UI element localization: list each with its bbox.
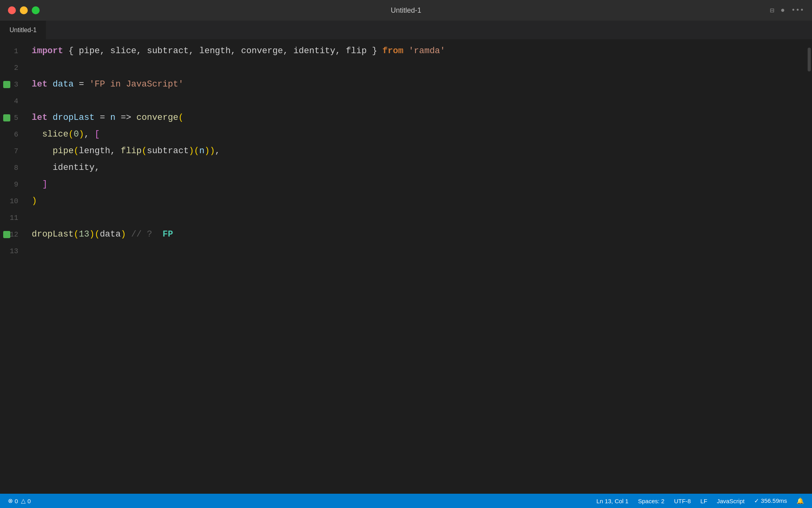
token-fn-name: pipe — [53, 146, 74, 156]
token-paren: ( — [178, 113, 184, 123]
line-content: slice(0), [ — [28, 126, 806, 143]
line-content: dropLast(13)(data) // ? FP — [28, 226, 806, 243]
token-plain — [126, 229, 131, 239]
token-plain — [131, 113, 136, 123]
token-bracket: [ — [94, 129, 100, 139]
token-plain — [32, 179, 42, 189]
token-plain: , — [94, 163, 100, 173]
line-number: 7 — [0, 143, 28, 160]
tab-label: Untitled-1 — [10, 27, 36, 34]
token-plain: } — [367, 46, 383, 56]
notification-icon[interactable]: 🔔 — [797, 497, 804, 504]
token-plain: subtract — [147, 146, 189, 156]
token-bracket: ] — [42, 179, 47, 189]
indentation[interactable]: Spaces: 2 — [638, 498, 665, 504]
line-content: identity, — [28, 160, 806, 176]
editor-content: 1import { pipe, slice, subtract, length,… — [0, 40, 812, 494]
token-var-name: dropLast — [53, 113, 95, 123]
token-plain — [152, 229, 163, 239]
tabbar: Untitled-1 — [0, 21, 812, 40]
token-number: 0 — [74, 129, 79, 139]
line-number: 11 — [0, 210, 28, 226]
more-icon[interactable]: ••• — [791, 6, 804, 14]
code-line: 1import { pipe, slice, subtract, length,… — [0, 43, 806, 60]
code-line: 2 — [0, 60, 806, 76]
token-plain — [403, 46, 408, 56]
split-editor-icon[interactable]: ⊟ — [770, 6, 774, 15]
token-plain: length, — [79, 146, 121, 156]
token-paren: ) — [121, 229, 126, 239]
token-fn-name: flip — [121, 146, 142, 156]
line-content: pipe(length, flip(subtract)(n)), — [28, 143, 806, 160]
line-content: ) — [28, 193, 806, 210]
error-count[interactable]: ⊗ 0 △ 0 — [8, 497, 31, 504]
line-content: ] — [28, 176, 806, 193]
token-string: 'ramda' — [409, 46, 445, 56]
token-paren: ) — [89, 229, 94, 239]
token-paren: ( — [68, 129, 73, 139]
token-paren: ( — [194, 146, 199, 156]
token-plain: data — [100, 229, 121, 239]
warning-icon: △ — [21, 497, 26, 504]
statusbar-right: Ln 13, Col 1 Spaces: 2 UTF-8 LF JavaScri… — [596, 497, 804, 504]
token-kw-let: let — [32, 113, 48, 123]
token-plain — [48, 79, 53, 89]
token-fn-name: converge — [136, 113, 178, 123]
statusbar: ⊗ 0 △ 0 Ln 13, Col 1 Spaces: 2 UTF-8 LF … — [0, 494, 812, 508]
token-paren: ) — [205, 146, 210, 156]
traffic-lights — [8, 6, 40, 14]
line-content: import { pipe, slice, subtract, length, … — [28, 43, 806, 60]
code-line: 5let dropLast = n => converge( — [0, 110, 806, 126]
token-plain — [48, 113, 53, 123]
code-line: 9 ] — [0, 176, 806, 193]
token-plain: { — [63, 46, 79, 56]
titlebar-actions: ⊟ ● ••• — [770, 6, 804, 15]
line-number: 4 — [0, 93, 28, 110]
close-button[interactable] — [8, 6, 16, 14]
token-kw-let: let — [32, 79, 48, 89]
minimize-button[interactable] — [20, 6, 28, 14]
token-var-name: n — [110, 113, 115, 123]
code-line: 13 — [0, 243, 806, 260]
token-comment: // ? — [131, 229, 152, 239]
language-mode[interactable]: JavaScript — [717, 498, 745, 504]
token-var-name: data — [53, 79, 74, 89]
token-paren: ( — [74, 146, 79, 156]
circle-icon[interactable]: ● — [781, 6, 785, 14]
token-number: 13 — [79, 229, 89, 239]
token-paren: ( — [74, 229, 79, 239]
statusbar-left: ⊗ 0 △ 0 — [8, 497, 31, 504]
line-number: 13 — [0, 243, 28, 260]
code-line: 12dropLast(13)(data) // ? FP — [0, 226, 806, 243]
breakpoint-indicator[interactable] — [3, 231, 10, 238]
encoding[interactable]: UTF-8 — [674, 498, 691, 504]
titlebar: Untitled-1 ⊟ ● ••• — [0, 0, 812, 21]
line-ending[interactable]: LF — [700, 498, 707, 504]
line-content: let data = 'FP in JavaScript' — [28, 76, 806, 93]
breakpoint-indicator[interactable] — [3, 114, 10, 121]
token-arrow: => — [121, 113, 131, 123]
line-number: 9 — [0, 176, 28, 193]
token-plain: = — [74, 79, 90, 89]
token-comment-value: FP — [163, 229, 173, 239]
editor-main: 1import { pipe, slice, subtract, length,… — [0, 40, 812, 508]
line-number: 2 — [0, 60, 28, 76]
code-line: 7 pipe(length, flip(subtract)(n)), — [0, 143, 806, 160]
token-paren: ) — [210, 146, 215, 156]
tab-untitled-1[interactable]: Untitled-1 — [0, 21, 46, 39]
scrollbar-track[interactable] — [806, 40, 812, 494]
token-plain: = — [94, 113, 110, 123]
line-number: 10 — [0, 193, 28, 210]
token-plain — [32, 163, 53, 173]
token-kw-import: import — [32, 46, 63, 56]
line-number: 8 — [0, 160, 28, 176]
token-kw-from: from — [383, 46, 404, 56]
token-plain: , — [84, 129, 94, 139]
code-editor[interactable]: 1import { pipe, slice, subtract, length,… — [0, 40, 806, 494]
breakpoint-indicator[interactable] — [3, 81, 10, 88]
scrollbar-thumb[interactable] — [808, 48, 811, 71]
token-fn-name: slice — [42, 129, 68, 139]
cursor-position[interactable]: Ln 13, Col 1 — [596, 498, 628, 504]
maximize-button[interactable] — [32, 6, 40, 14]
token-paren: ) — [189, 146, 194, 156]
